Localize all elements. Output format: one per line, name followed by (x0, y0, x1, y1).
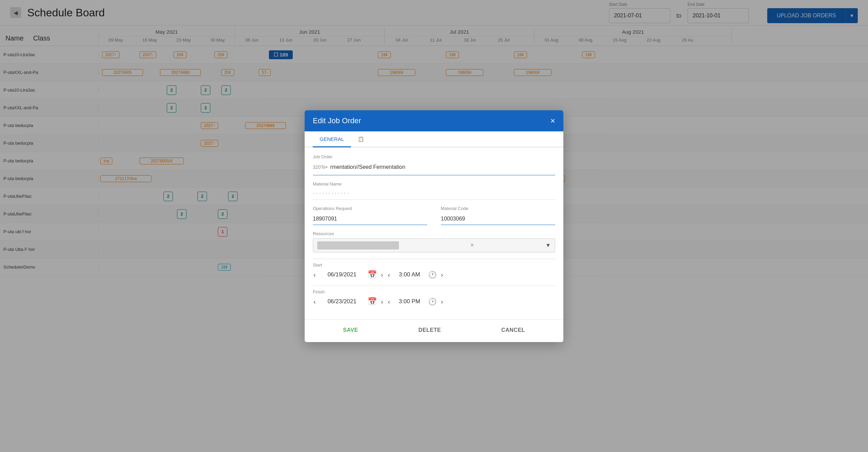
material-name-label: Material Name (313, 181, 555, 187)
finish-back-button[interactable]: ‹ (387, 297, 391, 306)
operations-request-input[interactable] (313, 213, 427, 225)
finish-clock-icon: 🕒 (428, 297, 437, 306)
start-time-next-button[interactable]: › (440, 270, 444, 279)
start-clock-icon: 🕐 (428, 271, 437, 279)
start-prev-button[interactable]: ‹ (313, 270, 317, 279)
start-date-value: 06/19/2021 (320, 271, 364, 278)
material-code-input[interactable] (441, 213, 555, 225)
material-name-blurred: ············ (313, 189, 350, 197)
finish-date-value: 06/23/2021 (320, 298, 364, 305)
resources-group: Resources × ▼ (313, 231, 555, 253)
operations-request-col: Operations Request (313, 206, 427, 225)
material-name-group: Material Name ············ (313, 181, 555, 200)
modal-overlay: Edit Job Order × GENERAL 📋 Job Order 320… (0, 0, 868, 452)
divider (313, 259, 555, 259)
modal-footer: SAVE DELETE CANCEL (305, 319, 563, 342)
resources-clear-button[interactable]: × (470, 242, 474, 249)
finish-next-button[interactable]: › (380, 297, 384, 306)
finish-prev-button[interactable]: ‹ (313, 297, 317, 306)
job-order-group: Job Order 320Te• (313, 154, 555, 175)
tab-general-label: GENERAL (320, 136, 344, 142)
material-code-col: Material Code (441, 206, 555, 225)
material-code-label: Material Code (441, 206, 555, 211)
resource-tag (317, 241, 399, 249)
modal-title: Edit Job Order (313, 116, 361, 125)
modal-tabs: GENERAL 📋 (305, 131, 563, 147)
divider-2 (313, 286, 555, 286)
job-order-prefix: 320Te• (313, 164, 327, 170)
cancel-button[interactable]: CANCEL (491, 324, 535, 336)
edit-job-order-modal: Edit Job Order × GENERAL 📋 Job Order 320… (305, 110, 563, 342)
start-calendar-icon[interactable]: 📅 (368, 270, 377, 279)
finish-calendar-icon[interactable]: 📅 (368, 297, 377, 306)
delete-button[interactable]: DELETE (408, 324, 451, 336)
start-group: Start ‹ 06/19/2021 📅 › ‹ 3:00 AM 🕐 › (313, 262, 555, 279)
ops-material-row: Operations Request Material Code (313, 206, 555, 225)
finish-datetime-row: ‹ 06/23/2021 📅 › ‹ 3:00 PM 🕒 › (313, 297, 555, 306)
finish-time-next-button[interactable]: › (440, 297, 444, 306)
modal-body: Job Order 320Te• Material Name ·········… (305, 147, 563, 319)
resources-dropdown-button[interactable]: ▼ (545, 242, 551, 248)
start-time-value: 3:00 AM (394, 271, 425, 278)
job-order-input[interactable] (330, 161, 555, 173)
resources-label: Resources (313, 231, 555, 236)
modal-close-button[interactable]: × (550, 117, 555, 125)
tab-icon: 📋 (358, 136, 364, 142)
resources-field: × ▼ (313, 238, 555, 253)
start-label: Start (313, 262, 555, 268)
job-order-label: Job Order (313, 154, 555, 159)
operations-request-label: Operations Request (313, 206, 427, 211)
tab-secondary[interactable]: 📋 (351, 131, 371, 147)
finish-label: Finish (313, 289, 555, 294)
finish-time-value: 3:00 PM (394, 298, 425, 305)
start-back-button[interactable]: ‹ (387, 270, 391, 279)
start-next-button[interactable]: › (380, 270, 384, 279)
save-button[interactable]: SAVE (333, 324, 368, 336)
modal-header: Edit Job Order × (305, 110, 563, 131)
start-datetime-row: ‹ 06/19/2021 📅 › ‹ 3:00 AM 🕐 › (313, 270, 555, 279)
tab-general[interactable]: GENERAL (313, 131, 351, 147)
finish-group: Finish ‹ 06/23/2021 📅 › ‹ 3:00 PM 🕒 › (313, 289, 555, 306)
